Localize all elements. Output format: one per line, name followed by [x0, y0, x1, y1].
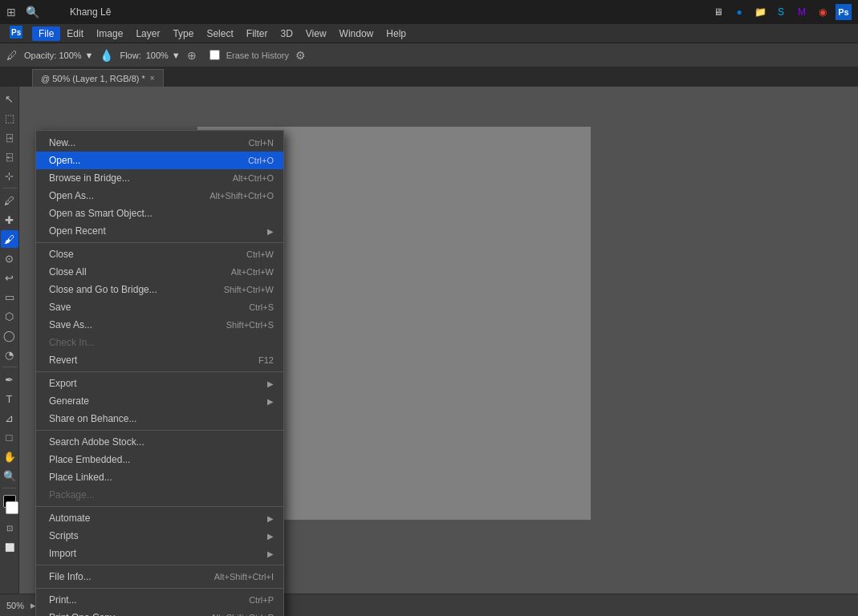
- menu-check-in: Check In...: [36, 334, 283, 351]
- menu-open-as[interactable]: Open As... Alt+Shift+Ctrl+O: [36, 187, 283, 205]
- menu-search-stock[interactable]: Search Adobe Stock...: [36, 433, 283, 451]
- tool-eyedropper[interactable]: 🖊: [1, 192, 18, 209]
- brush-options-icon: 🖊: [6, 49, 18, 62]
- menu-print-shortcut: Ctrl+P: [249, 595, 274, 605]
- menu-save-label: Save: [49, 302, 249, 313]
- menu-close-all[interactable]: Close All Alt+Ctrl+W: [36, 263, 283, 281]
- tool-brush[interactable]: 🖌: [1, 230, 18, 248]
- menu-automate[interactable]: Automate ▶: [36, 509, 283, 527]
- menu-save-as[interactable]: Save As... Shift+Ctrl+S: [36, 316, 283, 334]
- taskbar-ie[interactable]: ●: [731, 4, 747, 20]
- menu-scripts-arrow: ▶: [267, 532, 274, 541]
- tool-shape[interactable]: □: [1, 428, 18, 446]
- menu-3d[interactable]: 3D: [274, 26, 299, 41]
- erase-icon: ⚙: [295, 49, 306, 62]
- menu-window[interactable]: Window: [333, 26, 380, 41]
- tool-heal[interactable]: ✚: [1, 211, 18, 229]
- menu-place-embedded[interactable]: Place Embedded...: [36, 451, 283, 468]
- tool-pen[interactable]: ✒: [1, 371, 18, 388]
- taskbar-skype[interactable]: S: [773, 4, 789, 20]
- tool-hand[interactable]: ✋: [1, 448, 18, 465]
- tool-wand[interactable]: ⍇: [1, 148, 18, 165]
- document-tab[interactable]: @ 50% (Layer 1, RGB/8) * ×: [32, 69, 164, 87]
- tool-mode[interactable]: ⊡: [1, 519, 18, 537]
- menu-automate-arrow: ▶: [267, 514, 274, 523]
- menu-import[interactable]: Import ▶: [36, 545, 283, 562]
- menu-revert[interactable]: Revert F12: [36, 351, 283, 369]
- menu-image[interactable]: Image: [90, 26, 129, 41]
- menu-open-smart[interactable]: Open as Smart Object...: [36, 205, 283, 222]
- menu-revert-label: Revert: [49, 355, 258, 366]
- tool-eraser[interactable]: ▭: [1, 288, 18, 306]
- erase-history-checkbox[interactable]: [209, 50, 220, 60]
- menu-import-label: Import: [49, 548, 264, 559]
- tab-close[interactable]: ×: [150, 74, 155, 83]
- menu-revert-shortcut: F12: [258, 355, 274, 365]
- menu-help[interactable]: Help: [380, 26, 413, 41]
- menu-place-linked[interactable]: Place Linked...: [36, 468, 283, 486]
- tool-zoom[interactable]: 🔍: [1, 467, 18, 484]
- tool-path[interactable]: ⊿: [1, 409, 18, 427]
- tool-marquee[interactable]: ⬚: [1, 109, 18, 127]
- menu-close-bridge[interactable]: Close and Go to Bridge... Shift+Ctrl+W: [36, 281, 283, 298]
- windows-icon: ⊞: [6, 6, 16, 18]
- sep-3: [36, 430, 283, 431]
- main-area: ↖ ⬚ ⍈ ⍇ ⊹ 🖊 ✚ 🖌 ⊙ ↩ ▭ ⬡ ◯ ◔ ✒ T ⊿ □ ✋ 🔍 …: [0, 87, 858, 594]
- tool-move[interactable]: ↖: [1, 90, 18, 107]
- sep-1: [36, 242, 283, 243]
- tool-screen[interactable]: ⬜: [1, 538, 18, 556]
- taskbar-chrome[interactable]: ◉: [815, 4, 831, 20]
- flow-arrow[interactable]: ▼: [172, 51, 181, 60]
- menu-new-shortcut: Ctrl+N: [249, 138, 274, 148]
- taskbar-monitor[interactable]: 🖥: [710, 4, 726, 20]
- tool-stamp[interactable]: ⊙: [1, 249, 18, 267]
- menu-print-one[interactable]: Print One Copy Alt+Shift+Ctrl+P: [36, 609, 283, 616]
- menu-save[interactable]: Save Ctrl+S: [36, 298, 283, 316]
- taskbar-ps[interactable]: Ps: [836, 4, 852, 20]
- menu-open-as-shortcut: Alt+Shift+Ctrl+O: [209, 191, 274, 201]
- menu-filter[interactable]: Filter: [240, 26, 274, 41]
- tool-bg-color[interactable]: [6, 501, 18, 514]
- menu-close[interactable]: Close Ctrl+W: [36, 245, 283, 263]
- menu-open-shortcut: Ctrl+O: [248, 156, 274, 165]
- menu-close-bridge-shortcut: Shift+Ctrl+W: [224, 285, 274, 294]
- menu-browse-bridge[interactable]: Browse in Bridge... Alt+Ctrl+O: [36, 169, 283, 187]
- menu-open-recent-label: Open Recent: [49, 225, 264, 237]
- menu-select[interactable]: Select: [200, 26, 239, 41]
- tool-text[interactable]: T: [1, 390, 18, 407]
- menu-place-linked-label: Place Linked...: [49, 472, 274, 483]
- menu-close-label: Close: [49, 249, 246, 260]
- menu-new[interactable]: New... Ctrl+N: [36, 134, 283, 152]
- menu-open[interactable]: Open... Ctrl+O: [36, 152, 283, 169]
- menu-open-recent[interactable]: Open Recent ▶: [36, 222, 283, 240]
- menu-share-behance[interactable]: Share on Behance...: [36, 410, 283, 428]
- flow-control: Flow: 100% ▼: [120, 51, 180, 60]
- taskbar-folder[interactable]: 📁: [752, 4, 768, 20]
- sep-5: [36, 565, 283, 565]
- tool-lasso[interactable]: ⍈: [1, 128, 18, 146]
- tool-blur[interactable]: ◯: [1, 326, 18, 344]
- flow-value: 100%: [146, 51, 169, 60]
- menu-file-info[interactable]: File Info... Alt+Shift+Ctrl+I: [36, 568, 283, 586]
- tool-dodge[interactable]: ◔: [1, 346, 18, 363]
- menu-browse-shortcut: Alt+Ctrl+O: [233, 173, 274, 183]
- menu-layer[interactable]: Layer: [129, 26, 166, 41]
- menu-share-label: Share on Behance...: [49, 413, 274, 424]
- search-icon[interactable]: 🔍: [26, 6, 39, 18]
- taskbar-messenger[interactable]: M: [794, 4, 810, 20]
- menu-save-as-label: Save As...: [49, 319, 226, 330]
- menu-export[interactable]: Export ▶: [36, 375, 283, 392]
- menu-scripts[interactable]: Scripts ▶: [36, 527, 283, 545]
- menu-edit[interactable]: Edit: [60, 26, 90, 41]
- menu-generate[interactable]: Generate ▶: [36, 392, 283, 410]
- tool-history[interactable]: ↩: [1, 269, 18, 286]
- menu-open-smart-label: Open as Smart Object...: [49, 208, 274, 219]
- menu-type[interactable]: Type: [166, 26, 200, 41]
- opacity-arrow[interactable]: ▼: [85, 51, 94, 60]
- menu-file[interactable]: File: [32, 26, 60, 41]
- tool-crop[interactable]: ⊹: [1, 167, 18, 184]
- menu-print[interactable]: Print... Ctrl+P: [36, 591, 283, 609]
- file-menu-dropdown: New... Ctrl+N Open... Ctrl+O Browse in B…: [35, 130, 284, 616]
- tool-gradient[interactable]: ⬡: [1, 307, 18, 325]
- menu-view[interactable]: View: [299, 26, 333, 41]
